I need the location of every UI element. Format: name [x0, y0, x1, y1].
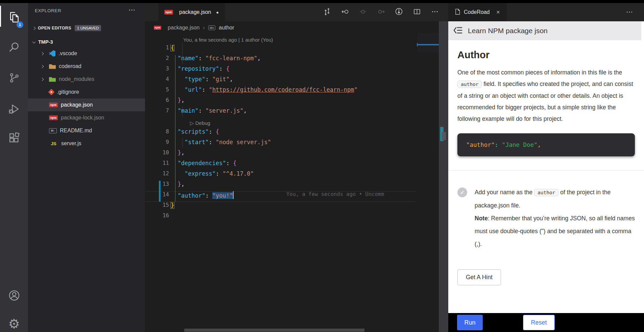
extensions-view-button[interactable] — [0, 128, 28, 150]
file-item-node_modules[interactable]: node_modules — [28, 73, 145, 86]
explorer-view-button[interactable]: 1 — [0, 7, 28, 29]
example-code-block: "author": "Jane Doe", — [457, 133, 635, 156]
close-icon[interactable]: ✕ — [496, 9, 500, 15]
line-number[interactable]: 6 — [145, 97, 169, 107]
file-item-.vscode[interactable]: .vscode — [28, 47, 145, 60]
source-control-view-button[interactable] — [0, 68, 28, 89]
code-line-11[interactable]: 11 "dependencies": { — [145, 160, 416, 170]
previous-change-button[interactable] — [359, 8, 367, 17]
codelens-debug[interactable]: ▷ Debug — [145, 118, 416, 128]
line-text: "dependencies": { — [171, 160, 237, 170]
panel-tab-label: CodeRoad — [464, 9, 490, 15]
line-number[interactable]: 12 — [145, 170, 169, 181]
run-button[interactable]: Run — [457, 315, 483, 330]
code-line-13[interactable]: 13 }, — [145, 181, 416, 191]
code-line-2[interactable]: 2 "name": "fcc-learn-npm", — [145, 55, 416, 65]
explorer-more-actions-icon[interactable]: ⋯ — [128, 6, 136, 14]
code-line-14[interactable]: 14 "author": "you!"You, a few seconds ag… — [145, 191, 416, 202]
timeline-button[interactable] — [395, 7, 403, 17]
code-line-7[interactable]: 7 "main": "server.js", — [145, 107, 416, 118]
line-number[interactable]: 7 — [145, 107, 169, 118]
editor-horizontal-scrollbar[interactable] — [184, 329, 364, 332]
npm-icon: npm — [49, 115, 58, 120]
unsaved-badge: 1 UNSAVED — [75, 25, 101, 31]
file-item-package.json[interactable]: npmpackage.json — [28, 98, 145, 111]
editor-group: npm package.json ● — [145, 3, 448, 332]
breadcrumb-file[interactable]: package.json — [168, 25, 199, 31]
tab-coderoad[interactable]: CodeRoad ✕ — [448, 3, 507, 21]
line-number[interactable]: 8 — [145, 128, 169, 139]
settings-button[interactable]: ⚙ — [0, 313, 28, 332]
code-line-12[interactable]: 12 "express": "^4.17.0" — [145, 170, 416, 181]
section-heading: Author — [457, 49, 635, 61]
md-icon: M↓ — [49, 128, 57, 133]
code-line-16[interactable]: 16 — [145, 212, 416, 223]
indent-guide — [182, 43, 183, 64]
code-line-9[interactable]: 9 "start": "node server.js" — [145, 139, 416, 149]
line-number[interactable]: 4 — [145, 76, 169, 86]
code-line-5[interactable]: 5 "url": "https://github.com/coderoad/fc… — [145, 86, 416, 97]
line-number[interactable]: 11 — [145, 160, 169, 170]
file-item-README.md[interactable]: M↓README.md — [28, 124, 145, 137]
vscode-icon — [49, 50, 55, 57]
file-item-.gitignore[interactable]: .gitignore — [28, 86, 145, 98]
code-line-4[interactable]: 4 "type": "git", — [145, 76, 416, 86]
reset-button[interactable]: Reset — [523, 315, 555, 330]
code-line-10[interactable]: 10 }, — [145, 149, 416, 160]
line-number[interactable]: 15 — [145, 202, 169, 212]
npm-icon: npm — [154, 26, 161, 30]
get-hint-button[interactable]: Get A Hint — [457, 269, 501, 285]
line-number[interactable]: 10 — [145, 149, 169, 160]
line-number[interactable]: 3 — [145, 65, 169, 76]
breadcrumb-symbol[interactable]: author — [219, 25, 234, 31]
minimap-selection — [417, 44, 439, 45]
tab-package-json[interactable]: npm package.json ● — [158, 3, 225, 21]
editor-vertical-scrollbar[interactable] — [439, 21, 448, 332]
divider — [448, 170, 644, 171]
line-number[interactable]: 14 — [145, 191, 169, 202]
line-number[interactable]: 13 — [145, 181, 169, 191]
file-item-coderoad[interactable]: coderoad — [28, 60, 145, 73]
code-line-1[interactable]: 1{ — [145, 44, 416, 55]
go-back-button[interactable] — [341, 8, 349, 17]
folder-icon — [49, 64, 56, 69]
line-number[interactable]: 2 — [145, 55, 169, 65]
back-to-menu-icon[interactable] — [453, 26, 463, 36]
js-icon: JS — [49, 140, 58, 147]
open-changes-button[interactable] — [323, 8, 331, 17]
panel-more-actions-icon[interactable]: ⋯ — [626, 8, 633, 16]
symbol-string-icon: abc — [208, 25, 216, 30]
code-line-8[interactable]: 8 "scripts": { — [145, 128, 416, 139]
chevron-right-icon — [41, 52, 44, 55]
code-line-3[interactable]: 3 "repository": { — [145, 65, 416, 76]
search-view-button[interactable] — [0, 37, 28, 59]
window-top-strip — [0, 0, 644, 3]
line-number[interactable]: 16 — [145, 212, 169, 223]
file-label: package.json — [61, 102, 93, 108]
nodefolder-icon — [49, 77, 56, 82]
open-editors-section[interactable]: OPEN EDITORS 1 UNSAVED — [28, 22, 145, 34]
explorer-sidebar: EXPLORER ⋯ OPEN EDITORS 1 UNSAVED TMP-3 … — [28, 3, 145, 332]
panel-bottom-bar: Run Reset — [448, 313, 644, 332]
coderoad-webview: Learn NPM package json Author One of the… — [448, 21, 644, 332]
indent-guide — [182, 138, 183, 148]
workspace-root-folder[interactable]: TMP-3 — [28, 37, 145, 47]
file-item-server.js[interactable]: JSserver.js — [28, 137, 145, 150]
line-number[interactable]: 5 — [145, 86, 169, 97]
next-change-button[interactable] — [377, 8, 385, 17]
split-editor-button[interactable] — [413, 8, 421, 17]
run-debug-view-button[interactable] — [0, 99, 28, 120]
scrollbar-thumb[interactable] — [442, 132, 446, 140]
code-line-6[interactable]: 6 }, — [145, 97, 416, 107]
line-number[interactable]: 1 — [145, 44, 169, 55]
minimap[interactable] — [416, 33, 439, 52]
code-line-15[interactable]: 15} — [145, 202, 416, 212]
line-number[interactable]: 9 — [145, 139, 169, 149]
file-item-package-lock.json[interactable]: npmpackage-lock.json — [28, 111, 145, 124]
file-label: server.js — [61, 140, 81, 147]
chevron-down-icon — [32, 40, 36, 44]
account-button[interactable] — [0, 285, 28, 307]
arrow-left-circle-icon — [341, 8, 349, 17]
more-actions-button[interactable] — [431, 8, 439, 17]
line-text: { — [171, 44, 174, 55]
